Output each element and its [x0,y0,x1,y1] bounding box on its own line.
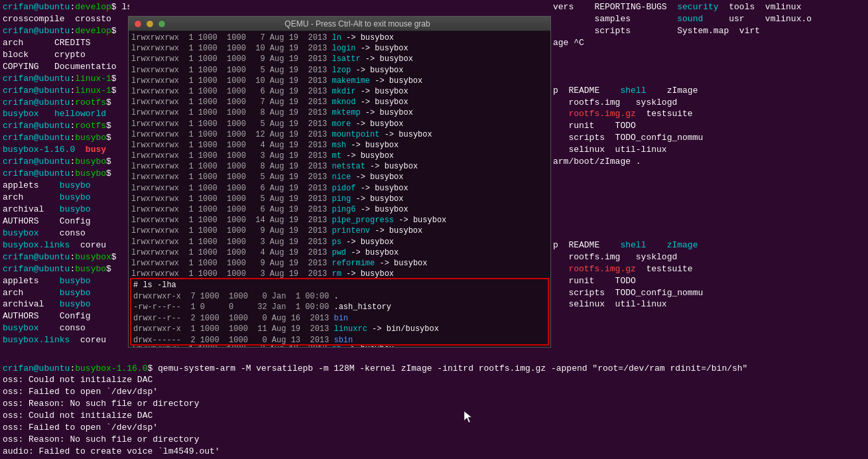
qemu-ls-line: lrwxrwxrwx 1 1000 1000 14 Aug 19 2013 pi… [131,215,548,226]
terminal-line: crifan@ubuntu:busybo$ [3,168,127,180]
terminal-line: crifan@ubuntu:busybo$ [3,263,127,275]
qemu-minimize-button[interactable] [146,20,154,28]
qemu-ls-line: lrwxrwxrwx 1 1000 1000 8 Aug 19 2013 mkt… [131,107,548,118]
terminal-line: crifan@ubuntu:busybo$ [3,156,127,168]
terminal-line: crifan@ubuntu:linux-1$ [3,85,127,97]
audio-line: audio: Failed to create voice `lm4549.ou… [3,446,865,458]
qemu-ls-line: lrwxrwxrwx 1 1000 1000 5 Aug 19 2013 pin… [131,194,548,204]
terminal-line [553,228,865,239]
qemu-lsha-line: # ls -lha [133,280,546,291]
qemu-ls-line: lrwxrwxrwx 1 1000 1000 10 Aug 19 2013 ma… [131,76,548,86]
qemu-ls-line: lrwxrwxrwx 1 1000 1000 7 Aug 19 2013 ln … [131,33,548,43]
terminal-line: arch busybo [3,287,127,299]
terminal-line: archival busybo [3,204,127,216]
terminal-line: samples sound usr vmlinux.o [553,13,865,25]
terminal-line: busybox conso [3,228,127,239]
oss-line-6: oss: Reason: No such file or directory [3,434,865,446]
terminal-line: runit TODO [553,275,865,287]
qemu-ls-line: lrwxrwxrwx 1 1000 1000 3 Aug 19 2013 mt … [131,151,548,161]
terminal-line: arch CREDITS [3,37,127,49]
terminal-line: crifan@ubuntu:linux-1$ [3,73,127,85]
qemu-ls-line: lrwxrwxrwx 1 1000 1000 9 Aug 19 2013 pri… [131,226,548,236]
terminal-line: AUTHORS Config [3,310,127,322]
terminal-line: p README shell zImage [553,85,865,97]
qemu-ls-line: lrwxrwxrwx 1 1000 1000 5 Aug 19 2013 mor… [131,119,548,129]
qemu-ls-line: lrwxrwxrwx 1 1000 1000 7 Aug 19 2013 mkn… [131,97,548,107]
terminal-line: crifan@ubuntu:busybox$ [3,251,127,263]
qemu-window[interactable]: QEMU - Press Ctrl-Alt to exit mouse grab… [128,16,551,348]
qemu-title: QEMU - Press Ctrl-Alt to exit mouse grab [170,19,545,29]
terminal-line: block crypto [3,49,127,61]
terminal-line [553,49,865,61]
terminal-line: rootfs.img sysklogd [553,97,865,109]
oss-line-2: oss: Failed to open `/dev/dsp' [3,386,865,398]
qemu-lsha-line: drwxr--r-- 2 1000 1000 0 Aug 16 2013 bin [133,313,546,324]
qemu-ls-line: lrwxrwxrwx 1 1000 1000 6 Aug 19 2013 pin… [131,204,548,215]
terminal-line: crifan@ubuntu:develop$ [3,25,127,37]
terminal-line: crifan@ubuntu:rootfs$ [3,120,127,132]
qemu-lsha-line: drwxrwxr-x 4 1000 1000 0 Aug 19 2013 usr [133,346,546,347]
oss-line-3: oss: Reason: No such file or directory [3,398,865,410]
qemu-maximize-button[interactable] [158,20,166,28]
terminal-line: rootfs.img sysklogd [553,251,865,263]
qemu-ls-line: lrwxrwxrwx 1 1000 1000 4 Aug 19 2013 msh… [131,140,548,151]
terminal-line: rootfs.img.gz testsuite [553,263,865,275]
terminal-line [553,216,865,228]
qemu-lsha-line: drwx------ 2 1000 1000 0 Aug 13 2013 sbi… [133,335,546,346]
qemu-lsha-line: -rw-r--r-- 1 0 0 32 Jan 1 00:00 .ash_his… [133,302,546,313]
qemu-lsha-section: # ls -lha drwxrwxr-x 7 1000 1000 0 Jan 1… [130,278,549,346]
bottom-terminal: crifan@ubuntu:busybox-1.16.0$ qemu-syste… [0,361,868,460]
terminal-line: applets busybo [3,180,127,192]
qemu-ls-line: lrwxrwxrwx 1 1000 1000 5 Aug 19 2013 nic… [131,172,548,182]
terminal-line: selinux util-linux [553,298,865,310]
terminal-background: crifan@ubuntu:develop$ ls crosscompile c… [0,0,868,459]
terminal-line: arch busybo [3,192,127,204]
qemu-lsha-line: drwxrwxr-x 1 1000 1000 11 Aug 19 2013 li… [133,324,546,335]
terminal-line [553,204,865,216]
terminal-line: crifan@ubuntu:develop$ ls [3,1,127,13]
bottom-prompt-line: crifan@ubuntu:busybox-1.16.0$ qemu-syste… [3,363,865,375]
terminal-line [553,73,865,85]
terminal-line: p README shell zImage [553,239,865,251]
terminal-line [553,192,865,204]
terminal-line: AUTHORS Config [3,216,127,228]
qemu-ls-line: lrwxrwxrwx 1 1000 1000 6 Aug 19 2013 mkd… [131,86,548,97]
qemu-content: lrwxrwxrwx 1 1000 1000 7 Aug 19 2013 ln … [129,31,550,347]
oss-line-1: oss: Could not initialize DAC [3,374,865,386]
terminal-line: arm/boot/zImage . [553,156,865,168]
terminal-line: busybox.links coreu [3,239,127,251]
terminal-line: selinux util-linux [553,144,865,156]
terminal-line: crosscompile crossto [3,13,127,25]
qemu-ls-line: lrwxrwxrwx 1 1000 1000 4 Aug 19 2013 pwd… [131,247,548,258]
terminal-line: busybox.links coreu [3,334,127,346]
terminal-line: age ^C [553,37,865,49]
terminal-line: COPYING Documentatio [3,61,127,73]
terminal-line: rootfs.img.gz testsuite [553,108,865,120]
terminal-line: scripts TODO_config_nommu [553,287,865,299]
qemu-ls-line: lrwxrwxrwx 1 1000 1000 6 Aug 19 2013 pid… [131,183,548,194]
oss-line-5: oss: Failed to open `/dev/dsp' [3,422,865,434]
qemu-ls-line: lrwxrwxrwx 1 1000 1000 10 Aug 19 2013 lo… [131,43,548,54]
terminal-line [553,168,865,180]
terminal-line: scripts TODO_config_nommu [553,132,865,144]
terminal-line: busybox conso [3,322,127,334]
qemu-ls-line: lrwxrwxrwx 1 1000 1000 12 Aug 19 2013 mo… [131,129,548,140]
terminal-line [553,180,865,192]
terminal-line [553,61,865,73]
terminal-line: crifan@ubuntu:busybo$ [3,132,127,144]
terminal-line: busybox helloworld [3,108,127,120]
terminal-line: runit TODO [553,120,865,132]
qemu-ls-line: lrwxrwxrwx 1 1000 1000 5 Aug 19 2013 lzo… [131,65,548,76]
qemu-lsha-line: drwxrwxr-x 7 1000 1000 0 Jan 1 00:00 . [133,291,546,302]
terminal-line: scripts System.map virt [553,25,865,37]
qemu-ls-line: lrwxrwxrwx 1 1000 1000 8 Aug 19 2013 net… [131,161,548,172]
terminal-line: vers REPORTING-BUGS security tools vmlin… [553,1,865,13]
qemu-ls-line: lrwxrwxrwx 1 1000 1000 9 Aug 19 2013 lsa… [131,54,548,64]
oss-line-4: oss: Could not initialize DAC [3,410,865,422]
qemu-ls-line: lrwxrwxrwx 1 1000 1000 9 Aug 19 2013 ref… [131,258,548,269]
terminal-line: busybox-1.16.0 busy [3,144,127,156]
terminal-line: crifan@ubuntu:rootfs$ [3,97,127,109]
qemu-ls-line: lrwxrwxrwx 1 1000 1000 3 Aug 19 2013 ps … [131,237,548,247]
qemu-close-button[interactable] [134,20,142,28]
qemu-titlebar: QEMU - Press Ctrl-Alt to exit mouse grab [129,17,550,31]
